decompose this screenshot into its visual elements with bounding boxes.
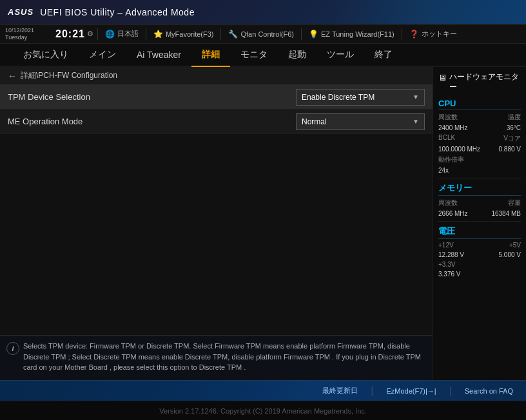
eztuning-button[interactable]: 💡 EZ Tuning Wizard(F11) [306,30,398,39]
eztuning-label: EZ Tuning Wizard(F11) [321,30,394,38]
setting-row-tpm: TPM Device Selection Enable Discrete TPM… [0,85,433,110]
ezmode-button[interactable]: EzMode(F7)|→| [386,387,436,395]
language-button[interactable]: 🌐 日本語 [102,29,142,39]
cpu-mult-value: 24x [438,167,449,174]
tpm-value: Enable Discrete TPM [302,93,375,102]
divider-4 [301,28,302,40]
copyright-text: Version 2.17.1246. Copyright (C) 2019 Am… [159,407,367,415]
nav-tools[interactable]: ツール [317,44,364,67]
me-value: Normal [302,117,327,126]
nav-advanced[interactable]: 詳細 [191,44,230,67]
volt-12-5-values: 12.288 V 5.000 V [438,251,521,258]
sidebar-divider-2 [438,221,521,222]
cpu-vcore-label: Vコア [503,134,521,143]
divider-5 [402,28,402,40]
cpu-multiplier-value: 24x [438,167,521,174]
hotkey-label: ホットキー [422,29,457,39]
cpu-bclk-label: BCLK [438,134,455,143]
top-bar-title: UEFI BIOS Utility – Advanced Mode [40,7,195,17]
volt-12-label: +12V [438,242,454,249]
sidebar-cpu-title: CPU [438,99,521,110]
volt-33-val: 3.376 V [438,271,460,278]
tpm-dropdown[interactable]: Enable Discrete TPM ▼ [296,89,425,106]
mem-freq-value: 2666 MHz [438,210,468,217]
date-line2: Tuesday [5,34,50,41]
sidebar-voltage-title: 電圧 [438,225,521,239]
volt-33-value: 3.376 V [438,271,521,278]
sidebar-memory-title: メモリー [438,182,521,196]
cpu-temp-label: 温度 [508,113,521,122]
divider-1 [97,28,98,40]
qfan-icon: 🔧 [228,30,238,39]
cpu-bclk-value: 100.0000 MHz [438,146,480,153]
footer-sep-2: | [449,385,452,397]
content-area: ← 詳細\PCH-FW Configuration TPM Device Sel… [0,67,433,380]
cpu-bclk-vcore-header: BCLK Vコア [438,134,521,143]
nav-main[interactable]: メイン [79,44,126,67]
breadcrumb-back-icon[interactable]: ← [8,71,17,81]
utility-bar: 10/12/2021 Tuesday 20:21 ⚙ 🌐 日本語 ⭐ MyFav… [0,24,526,44]
cpu-multiplier-header: 動作倍率 [438,155,521,164]
cpu-vcore-value: 0.880 V [499,146,521,153]
datetime-block: 10/12/2021 Tuesday [5,27,50,41]
top-bar: ASUS UEFI BIOS Utility – Advanced Mode [0,0,526,24]
myfavorite-label: MyFavorite(F3) [166,30,214,38]
divider-2 [146,28,146,40]
sidebar: 🖥 ハードウェアモニター CPU 周波数 温度 2400 MHz 36°C BC… [433,67,526,380]
mem-freq-cap-header: 周波数 容量 [438,198,521,207]
myfavorite-button[interactable]: ⭐ MyFavorite(F3) [150,30,217,39]
cpu-freq-label: 周波数 [438,113,458,122]
qfan-label: Qfan Control(F6) [240,30,294,38]
me-dropdown[interactable]: Normal ▼ [296,113,425,130]
me-label: ME Operation Mode [8,117,296,126]
date-line1: 10/12/2021 [5,27,50,34]
sidebar-divider-1 [438,178,521,178]
tpm-label: TPM Device Selection [8,92,296,102]
info-icon: i [6,342,19,355]
qfan-button[interactable]: 🔧 Qfan Control(F6) [225,30,297,39]
nav-aitweaker[interactable]: Ai Tweaker [126,44,191,67]
settings-container: TPM Device Selection Enable Discrete TPM… [0,85,433,335]
breadcrumb-bar: ← 詳細\PCH-FW Configuration [0,67,433,85]
nav-exit[interactable]: 終了 [364,44,403,67]
info-text: Selects TPM device: Firmware TPM or Disc… [23,341,425,373]
clock-settings-icon[interactable]: ⚙ [87,30,93,38]
mem-cap-value: 16384 MB [491,210,521,217]
eztuning-icon: 💡 [309,30,318,39]
hotkey-button[interactable]: ❓ ホットキー [406,29,460,39]
cpu-freq-temp-header: 周波数 温度 [438,113,521,122]
cpu-freq-temp-values: 2400 MHz 36°C [438,124,521,131]
footer-bottom: Version 2.17.1246. Copyright (C) 2019 Am… [0,401,526,420]
cpu-bclk-vcore-values: 100.0000 MHz 0.880 V [438,146,521,153]
footer-top: 最終更新日 | EzMode(F7)|→| | Search on FAQ [0,380,526,401]
me-chevron-icon: ▼ [413,118,419,125]
volt-5-label: +5V [509,242,521,249]
last-updated-button[interactable]: 最終更新日 [322,386,358,396]
asus-logo: ASUS [8,7,34,17]
cpu-temp-value: 36°C [507,124,521,131]
clock-display: 20:21 [55,28,85,40]
setting-row-me: ME Operation Mode Normal ▼ [0,110,433,134]
search-faq-button[interactable]: Search on FAQ [465,387,513,395]
language-label: 日本語 [117,29,139,39]
cpu-mult-label: 動作倍率 [438,155,464,164]
volt-33-label: +3.3V [438,261,455,268]
nav-bar: お気に入り メイン Ai Tweaker 詳細 モニタ 起動 ツール 終了 [0,44,526,67]
nav-monitor[interactable]: モニタ [230,44,278,67]
nav-boot[interactable]: 起動 [278,44,317,67]
myfavorite-icon: ⭐ [153,30,163,39]
main-layout: ← 詳細\PCH-FW Configuration TPM Device Sel… [0,67,526,380]
volt-12-value: 12.288 V [438,251,464,258]
cpu-freq-value: 2400 MHz [438,124,468,131]
mem-cap-label: 容量 [508,198,521,207]
volt-5-value: 5.000 V [499,251,521,258]
monitor-icon: 🖥 [438,73,447,84]
mem-freq-label: 周波数 [438,198,458,207]
hotkey-icon: ❓ [409,30,419,39]
footer-sep-1: | [371,385,373,397]
nav-favorites[interactable]: お気に入り [13,44,79,67]
mem-freq-cap-values: 2666 MHz 16384 MB [438,210,521,217]
hw-monitor-label: ハードウェアモニター [449,72,521,92]
hw-monitor-title: 🖥 ハードウェアモニター [438,72,521,92]
tpm-chevron-icon: ▼ [413,93,419,100]
